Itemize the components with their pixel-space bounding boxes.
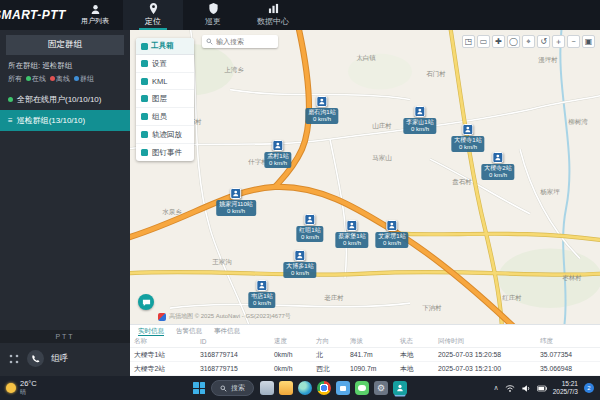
user-marker[interactable]: 大樑寺2站0 km/h xyxy=(481,152,514,180)
person-marker-icon xyxy=(257,280,268,291)
marker-label: 大樑寺2站0 km/h xyxy=(481,164,514,180)
user-marker[interactable]: 磨石沟1站0 km/h xyxy=(305,96,338,124)
status-dot xyxy=(26,76,31,81)
toolbox-item-label: KML xyxy=(152,77,167,86)
map-control-rectangle-select[interactable]: ▭ xyxy=(477,35,490,48)
volume-icon[interactable] xyxy=(521,384,531,393)
user-marker[interactable]: 红咀1站0 km/h xyxy=(296,214,323,242)
column-header: 名称 xyxy=(130,336,196,348)
sun-icon xyxy=(6,383,16,393)
toolbox-icon xyxy=(141,43,148,50)
search-icon xyxy=(220,385,227,392)
map-control-circle-select[interactable]: ◯ xyxy=(507,35,520,48)
taskbar-search[interactable]: 搜索 xyxy=(211,380,254,396)
table-cell: 841.7m xyxy=(346,348,396,362)
group-list-item[interactable]: 全部在线用户(10/10/10) xyxy=(0,89,130,110)
map-control-layers[interactable]: ◳ xyxy=(462,35,475,48)
taskbar-clock[interactable]: 15:21 2025/7/3 xyxy=(553,380,578,396)
marker-label: 大博多1站0 km/h xyxy=(283,262,316,278)
taskbar-app-wechat[interactable] xyxy=(355,381,369,395)
map-attribution-text: 高德地图 © 2025 AutoNavi - GS(2023)4677号 xyxy=(169,312,291,321)
user-marker[interactable]: 大博多1站0 km/h xyxy=(283,250,316,278)
taskbar-app-task-view[interactable] xyxy=(260,381,274,395)
person-marker-icon xyxy=(347,220,358,231)
battery-icon[interactable] xyxy=(537,384,547,393)
filter-all[interactable]: 所有 xyxy=(8,74,22,84)
toolbox-header[interactable]: 工具箱 xyxy=(136,38,194,55)
group-call-label: 组呼 xyxy=(51,353,68,365)
table-row[interactable]: 大樑寺1站31687797140km/h北841.7m本地2025-07-03 … xyxy=(130,348,600,362)
group-call-button[interactable] xyxy=(27,350,44,367)
user-marker[interactable]: 李家山1站0 km/h xyxy=(403,106,436,134)
taskbar-app-smart-ptt[interactable] xyxy=(393,381,407,395)
user-list-button[interactable]: 用户列表 xyxy=(81,0,109,30)
toolbox-item-图层[interactable]: 图层 xyxy=(136,90,194,108)
user-marker[interactable]: 孟村1站0 km/h xyxy=(264,140,291,168)
notification-badge[interactable]: 2 xyxy=(584,383,594,393)
toolbox-item-icon xyxy=(141,95,148,102)
user-icon xyxy=(90,4,101,15)
map-control-locate[interactable]: ⌖ xyxy=(522,35,535,48)
bottom-tab-实时信息[interactable]: 实时信息 xyxy=(138,327,164,336)
map-control-reset-view[interactable]: ↺ xyxy=(537,35,550,48)
bottom-tab-告警信息[interactable]: 告警信息 xyxy=(176,327,202,336)
toolbox-item-label: 组员 xyxy=(152,112,167,122)
header-tab-data-chart[interactable]: 数据中心 xyxy=(243,0,303,30)
group-label: 全部在线用户(10/10/10) xyxy=(17,94,101,105)
person-marker-icon xyxy=(415,106,426,117)
dialpad-icon[interactable] xyxy=(8,353,20,365)
user-marker[interactable]: 姚家河110站0 km/h xyxy=(216,188,256,216)
taskbar-app-settings[interactable]: ⚙ xyxy=(374,381,388,395)
filter-群组[interactable]: 群组 xyxy=(74,74,94,84)
map-control-zoom-in[interactable]: ＋ xyxy=(552,35,565,48)
group-filters: 所有 在线离线群组 xyxy=(0,74,130,89)
user-marker[interactable]: 大樑寺1站0 km/h xyxy=(451,124,484,152)
weather-temp: 26°C xyxy=(20,379,37,388)
filter-离线[interactable]: 离线 xyxy=(50,74,70,84)
table-cell: 35.066948 xyxy=(536,362,600,376)
app-logo: SMART-PTT xyxy=(0,8,77,22)
group-list-item[interactable]: ≡巡检群组(13/10/10) xyxy=(0,110,130,131)
map-search-box[interactable] xyxy=(202,35,278,48)
map-control-zoom-out[interactable]: － xyxy=(567,35,580,48)
toolbox-item-label: 轨迹回放 xyxy=(152,130,182,140)
bottom-tab-事件信息[interactable]: 事件信息 xyxy=(214,327,240,336)
header-tab-label: 定位 xyxy=(145,16,161,27)
message-button[interactable] xyxy=(138,294,154,310)
toolbox-item-组员[interactable]: 组员 xyxy=(136,108,194,126)
map-control-add-marker[interactable]: ✚ xyxy=(492,35,505,48)
device-table: 名称ID速度方向海拔状态回传时间纬度 大樑寺1站31687797140km/h北… xyxy=(130,336,600,376)
taskbar-app-file-explorer[interactable] xyxy=(279,381,293,395)
start-button[interactable] xyxy=(193,382,205,394)
fixed-group-header[interactable]: 固定群组 xyxy=(6,35,124,55)
header-tab-patrol-shield[interactable]: 巡更 xyxy=(183,0,243,30)
user-marker[interactable]: 蔡家堡1站0 km/h xyxy=(335,220,368,248)
sidebar: 固定群组 所在群组: 巡检群组 所有 在线离线群组 全部在线用户(10/10/1… xyxy=(0,30,130,376)
map-search-input[interactable] xyxy=(216,38,274,45)
toolbox-item-label: 图钉事件 xyxy=(152,148,182,158)
map-canvas[interactable]: 红山村上湾乡太白镇石门村漫坪村柳树湾高庙村什字村马家山盘石村杨家坪水泉乡王家沟老… xyxy=(130,30,600,324)
wifi-icon[interactable] xyxy=(505,384,515,393)
toolbox-item-轨迹回放[interactable]: 轨迹回放 xyxy=(136,126,194,144)
map-control-fullscreen[interactable]: ▣ xyxy=(582,35,595,48)
toolbox-item-icon xyxy=(141,131,148,138)
weather-widget[interactable]: 26°C 晴 xyxy=(6,379,37,397)
taskbar-app-edge[interactable] xyxy=(298,381,312,395)
toolbox-item-设置[interactable]: 设置 xyxy=(136,55,194,73)
table-row[interactable]: 大樑寺2站31687797150km/h西北1090.7m本地2025-07-0… xyxy=(130,362,600,376)
taskbar-app-chrome[interactable] xyxy=(317,381,331,395)
user-marker[interactable]: 韦店1站0 km/h xyxy=(248,280,275,308)
marker-label: 蔡家堡1站0 km/h xyxy=(335,232,368,248)
header-tab-location-pin[interactable]: 定位 xyxy=(123,0,183,30)
taskbar-app-store[interactable] xyxy=(336,381,350,395)
tray-chevron-icon[interactable]: ∧ xyxy=(494,384,499,392)
toolbox-item-KML[interactable]: KML xyxy=(136,73,194,90)
map-attribution: 高德地图 © 2025 AutoNavi - GS(2023)4677号 xyxy=(158,312,291,321)
filter-在线[interactable]: 在线 xyxy=(26,74,46,84)
column-header: ID xyxy=(196,336,270,348)
user-marker[interactable]: 艾家塄1站0 km/h xyxy=(375,220,408,248)
group-label: 巡检群组(13/10/10) xyxy=(17,115,85,126)
patrol-shield-icon xyxy=(208,3,219,14)
marker-label: 艾家塄1站0 km/h xyxy=(375,232,408,248)
toolbox-item-图钉事件[interactable]: 图钉事件 xyxy=(136,144,194,161)
